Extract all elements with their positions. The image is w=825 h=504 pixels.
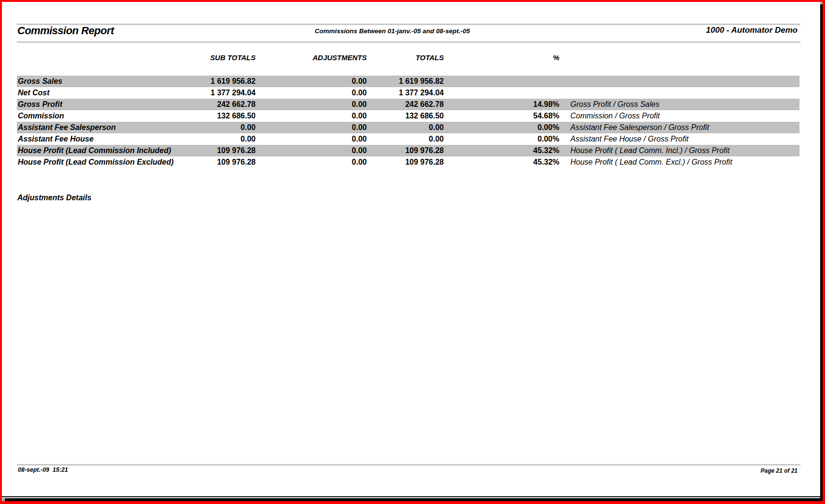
cell-percent: 0.00% xyxy=(17,122,559,133)
cell-formula: House Profit ( Lead Comm. Excl.) / Gross… xyxy=(570,156,732,168)
table-row: Net Cost 1 377 294.04 0.00 1 377 294.04 xyxy=(17,87,799,99)
header-rule-bottom xyxy=(17,41,800,43)
table-row: Assistant Fee House 0.00 0.00 0.00 0.00%… xyxy=(17,133,799,145)
table-row: House Profit (Lead Commission Included) … xyxy=(17,145,799,156)
cell-percent: 45.32% xyxy=(17,145,559,156)
cell-formula: House Profit ( Lead Comm. Incl.) / Gross… xyxy=(570,145,730,156)
page-edge-bottom-line xyxy=(2,496,820,497)
cell-formula: Commission / Gross Profit xyxy=(570,110,660,122)
page-edge-bottom xyxy=(5,498,823,502)
company-name: 1000 - Automator Demo xyxy=(17,26,798,35)
cell-formula: Assistant Fee Salesperson / Gross Profit xyxy=(570,122,709,133)
page-edge-bottom-notch xyxy=(2,498,5,502)
table-row: Gross Profit 242 662.78 0.00 242 662.78 … xyxy=(17,99,799,110)
cell-percent: 0.00% xyxy=(17,133,559,145)
cell-percent: 14.98% xyxy=(17,99,559,110)
column-header-percent: % xyxy=(17,52,559,64)
table-row: Commission 132 686.50 0.00 132 686.50 54… xyxy=(17,110,799,122)
report-page: Commission Report Commissions Between 01… xyxy=(0,0,825,504)
column-headers: SUB TOTALS ADJUSTMENTS TOTALS % xyxy=(17,52,799,64)
header-rule-top xyxy=(17,24,800,25)
footer-page-number: Page 21 of 21 xyxy=(17,467,798,474)
page-edge-right xyxy=(820,2,823,502)
cell-percent: 54.68% xyxy=(17,110,559,122)
cell-formula: Gross Profit / Gross Sales xyxy=(570,99,659,110)
table-row: Gross Sales 1 619 956.82 0.00 1 619 956.… xyxy=(17,76,799,87)
table-row: House Profit (Lead Commission Excluded) … xyxy=(17,156,799,168)
page-edge-right-notch xyxy=(820,2,823,4)
adjustments-details-heading: Adjustments Details xyxy=(17,194,91,202)
cell-percent: 45.32% xyxy=(17,156,559,168)
table-row: Assistant Fee Salesperson 0.00 0.00 0.00… xyxy=(17,122,799,133)
footer-rule xyxy=(17,464,800,465)
cell-formula: Assistant Fee House / Gross Profit xyxy=(570,133,688,145)
cell-percent xyxy=(17,76,559,87)
cell-percent xyxy=(17,87,559,99)
